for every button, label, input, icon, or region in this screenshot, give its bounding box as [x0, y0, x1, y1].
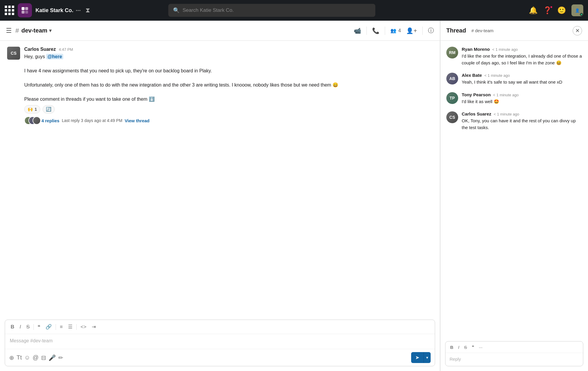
reaction-emoji: 🙌 [28, 107, 33, 112]
avatar: CS [7, 47, 20, 60]
bold-button[interactable]: B [9, 323, 16, 331]
thread-message-time: < 1 minute ago [492, 47, 518, 52]
thread-message-content: Tony Pearson < 1 minute ago I'd like it … [462, 92, 582, 105]
channel-dropdown-chevron[interactable]: ▾ [49, 28, 51, 33]
reaction-add[interactable]: 🔄 [43, 105, 55, 113]
emoji-status-icon[interactable]: 🙂 [557, 6, 566, 14]
top-navigation: Katie Stark Co. ··· ⧗ 🔍 🔔 ❓ 🙂 👤 [0, 0, 588, 21]
thread-message-sender[interactable]: Carlos Suarez [462, 111, 491, 116]
compose-toolbar: B I S ❝ 🔗 ≡ ☰ <> ⇥ [5, 320, 435, 334]
close-thread-button[interactable]: ✕ [573, 26, 582, 35]
thread-more-button[interactable]: ··· [478, 344, 484, 350]
header-divider-2 [385, 27, 385, 35]
nav-right-actions: 🔔 ❓ 🙂 👤 [529, 4, 583, 16]
avatar: RM [446, 47, 458, 58]
thread-quote-button[interactable]: ❝ [471, 344, 475, 350]
workspace-menu-dots[interactable]: ··· [76, 7, 81, 14]
link-button[interactable]: 🔗 [44, 323, 53, 331]
reaction-clap[interactable]: 🙌 1 [24, 105, 40, 113]
search-input[interactable] [182, 7, 371, 13]
header-divider-3 [422, 27, 423, 35]
members-count[interactable]: 👥 4 [390, 28, 401, 33]
mention-icon[interactable]: @ [33, 354, 38, 361]
mention-tag[interactable]: @here [46, 54, 63, 59]
members-icon: 👥 [390, 28, 396, 33]
thread-strikethrough-button[interactable]: S [463, 344, 468, 350]
thread-message-header: Tony Pearson < 1 minute ago [462, 92, 582, 97]
app-logo [18, 3, 32, 17]
quote-button[interactable]: ❝ [36, 323, 42, 331]
audio-record-icon[interactable]: 🎤 [49, 354, 56, 361]
emoji-picker-icon[interactable]: ☺ [24, 354, 30, 361]
thread-message-time: < 1 minute ago [484, 73, 510, 78]
ordered-list-button[interactable]: ≡ [58, 323, 64, 331]
send-dropdown-button[interactable]: ▾ [424, 352, 431, 363]
search-icon: 🔍 [173, 7, 180, 14]
help-notification-dot [550, 6, 553, 9]
thread-reply-input[interactable]: Reply [445, 353, 583, 366]
italic-button[interactable]: I [18, 323, 22, 331]
notifications-bell[interactable]: 🔔 [529, 6, 538, 14]
channel-name[interactable]: # dev-team ▾ [15, 27, 51, 35]
add-attachment-icon[interactable]: ⊕ [9, 354, 14, 361]
thread-message-time: < 1 minute ago [494, 112, 519, 116]
thread-bold-button[interactable]: B [449, 344, 455, 350]
toolbar-divider-3 [76, 324, 77, 330]
thread-message-text: I'd like it as well 🤩 [462, 98, 582, 105]
unordered-list-button[interactable]: ☰ [67, 323, 74, 331]
message-content: Carlos Suarez 4:47 PM Hey, guys @here I … [24, 47, 433, 125]
thread-message-sender[interactable]: Alex Bate [462, 73, 482, 78]
channel-name-label: dev-team [21, 27, 47, 34]
send-area: ➤ ▾ [411, 352, 431, 363]
thread-message-sender[interactable]: Tony Pearson [462, 92, 491, 97]
compose-placeholder: Message #dev-team [10, 338, 53, 343]
user-avatar-placeholder: 👤 [575, 8, 580, 13]
add-member-icon[interactable]: 👤+ [406, 27, 417, 34]
message-header: Carlos Suarez 4:47 PM [24, 47, 433, 52]
message-input-field[interactable]: Message #dev-team [5, 334, 435, 349]
history-icon[interactable]: ⧗ [85, 6, 90, 14]
list-item: AB Alex Bate < 1 minute ago Yeah, I thin… [446, 73, 582, 86]
workspace-name-label: Katie Stark Co. [35, 7, 73, 14]
messages-area: CS Carlos Suarez 4:47 PM Hey, guys @here… [0, 41, 440, 320]
thread-message-sender[interactable]: Ryan Moreno [462, 47, 490, 52]
indent-button[interactable]: ⇥ [90, 323, 97, 331]
phone-call-icon[interactable]: 📞 [372, 27, 379, 34]
compose-bottom-toolbar: ⊕ Tt ☺ @ ⊟ 🎤 ✏ ➤ ▾ [5, 349, 435, 366]
online-status-dot [580, 13, 583, 16]
workspace-name[interactable]: Katie Stark Co. ··· [35, 7, 81, 14]
video-call-icon[interactable]: 📹 [354, 27, 361, 34]
canvas-icon[interactable]: ✏ [58, 354, 63, 361]
svg-rect-2 [22, 11, 25, 14]
svg-rect-0 [22, 7, 25, 10]
thread-messages-area: RM Ryan Moreno < 1 minute ago I'd like t… [440, 41, 588, 338]
reply-avatars [24, 116, 39, 125]
apps-grid-icon[interactable] [5, 6, 14, 15]
avatar: AB [446, 73, 458, 84]
message-sender[interactable]: Carlos Suarez [24, 47, 56, 52]
channel-info-icon[interactable]: ⓘ [428, 27, 434, 35]
thread-header: Thread # dev-team ✕ [440, 21, 588, 41]
channel-area: ☰ # dev-team ▾ 📹 📞 👥 4 👤+ ⓘ [0, 21, 440, 371]
view-thread-link[interactable]: View thread [125, 118, 150, 123]
avatar: CS [446, 111, 458, 123]
thread-message-text: OK, Tony, you can have it and the rest o… [462, 118, 582, 131]
send-button[interactable]: ➤ [411, 352, 424, 363]
shortcuts-icon[interactable]: ⊟ [41, 354, 46, 361]
sidebar-toggle-icon[interactable]: ☰ [6, 27, 12, 35]
user-avatar[interactable]: 👤 [571, 4, 583, 16]
thread-italic-button[interactable]: I [457, 344, 461, 350]
table-row: CS Carlos Suarez 4:47 PM Hey, guys @here… [7, 47, 433, 125]
text-format-icon[interactable]: Tt [17, 354, 22, 361]
thread-panel: Thread # dev-team ✕ RM Ryan Moreno < 1 m… [440, 21, 588, 371]
search-bar[interactable]: 🔍 [168, 4, 375, 17]
thread-message-header: Ryan Moreno < 1 minute ago [462, 47, 582, 52]
strikethrough-button[interactable]: S [25, 323, 31, 331]
avatar: TP [446, 92, 458, 104]
replies-link[interactable]: 4 replies [41, 118, 59, 123]
list-item: RM Ryan Moreno < 1 minute ago I'd like t… [446, 47, 582, 66]
code-button[interactable]: <> [79, 323, 88, 331]
channel-header: ☰ # dev-team ▾ 📹 📞 👥 4 👤+ ⓘ [0, 21, 440, 41]
toolbar-divider-2 [56, 324, 56, 330]
help-icon[interactable]: ❓ [543, 6, 552, 14]
